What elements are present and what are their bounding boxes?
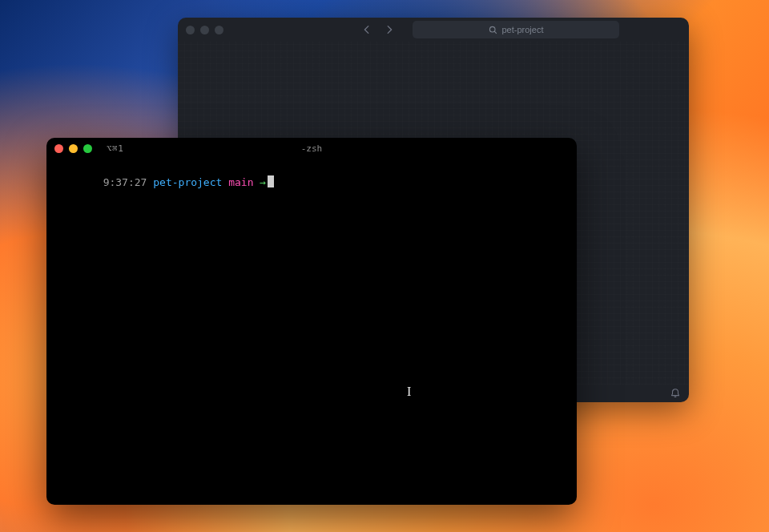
- nav-back-button[interactable]: [360, 22, 374, 37]
- editor-traffic-lights: [186, 26, 223, 34]
- close-icon[interactable]: [54, 144, 63, 153]
- arrow-right-icon: [384, 24, 395, 35]
- terminal-window[interactable]: ⌥⌘1 -zsh 9:37:27 pet-project main → I: [46, 138, 577, 505]
- terminal-title: -zsh: [46, 143, 577, 154]
- prompt-arrow: →: [260, 176, 266, 188]
- terminal-titlebar[interactable]: ⌥⌘1 -zsh: [46, 138, 577, 159]
- terminal-body[interactable]: 9:37:27 pet-project main → I: [46, 159, 577, 505]
- prompt-line: 9:37:27 pet-project main →: [53, 163, 570, 200]
- zoom-icon[interactable]: [215, 26, 223, 34]
- editor-search[interactable]: pet-project: [413, 21, 619, 38]
- editor-nav: [360, 22, 397, 37]
- editor-search-placeholder: pet-project: [502, 25, 544, 34]
- desktop-wallpaper: pet-project ⌥⌘1 -zsh 9:37:27 pet-project…: [0, 0, 769, 532]
- close-icon[interactable]: [186, 26, 195, 34]
- terminal-caret: [268, 175, 274, 187]
- prompt-time: 9:37:27: [103, 176, 147, 188]
- terminal-traffic-lights: [54, 144, 92, 153]
- svg-line-1: [494, 31, 497, 34]
- zoom-icon[interactable]: [83, 144, 92, 153]
- prompt-branch: main: [228, 176, 253, 188]
- editor-titlebar[interactable]: pet-project: [178, 18, 689, 42]
- prompt-dir: pet-project: [153, 176, 222, 188]
- minimize-icon[interactable]: [200, 26, 209, 34]
- minimize-icon[interactable]: [69, 144, 78, 153]
- svg-point-0: [489, 26, 495, 32]
- terminal-tab-label: ⌥⌘1: [107, 143, 123, 154]
- text-cursor-icon: I: [407, 385, 411, 399]
- search-icon: [489, 26, 497, 34]
- nav-forward-button[interactable]: [382, 22, 397, 37]
- arrow-left-icon: [361, 24, 372, 35]
- bell-icon[interactable]: [670, 388, 681, 399]
